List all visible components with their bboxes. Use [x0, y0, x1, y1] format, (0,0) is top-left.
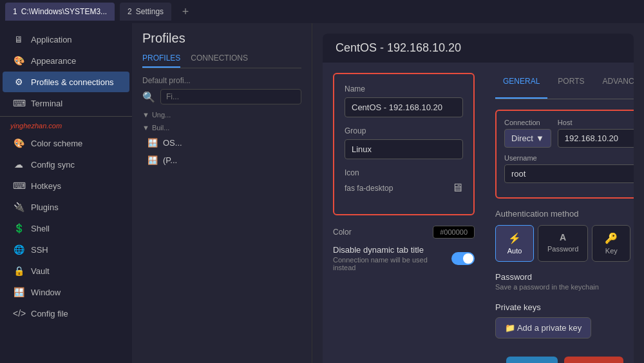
connection-type-button[interactable]: Direct ▼: [504, 129, 551, 148]
tab-advanced[interactable]: ADVANCED: [594, 73, 634, 99]
auth-key-label: Key: [605, 247, 618, 255]
profile-item-os[interactable]: 🪟 OS...: [142, 134, 301, 152]
username-input[interactable]: [504, 164, 634, 183]
os-icon: 🪟: [147, 138, 158, 148]
sidebar-label-appearance: Appearance: [31, 56, 76, 66]
main-layout: 🖥 Application 🎨 Appearance ⚙ Profiles & …: [0, 23, 644, 363]
sidebar-item-vault[interactable]: 🔒 Vault: [3, 260, 129, 281]
sidebar-label-hotkeys: Hotkeys: [31, 181, 61, 191]
key-icon: 🔑: [605, 232, 618, 244]
password-info: Password Save a password in the keychain: [495, 272, 634, 291]
vault-icon: 🔒: [13, 266, 24, 276]
auth-btn-auto[interactable]: ⚡ Auto: [495, 225, 534, 262]
default-profile-label: Default profi...: [142, 76, 301, 85]
sidebar-item-color-scheme[interactable]: 🎨 Color scheme: [3, 133, 129, 153]
sidebar-label-shell: Shell: [31, 224, 50, 233]
name-label: Name: [345, 84, 463, 93]
add-key-button[interactable]: 📁 Add a private key: [495, 317, 591, 338]
password-icon: A: [560, 232, 566, 242]
icon-value: fas fa-desktop: [345, 184, 393, 193]
private-keys-section: Private keys 📁 Add a private key: [495, 302, 634, 338]
sidebar-item-terminal[interactable]: ⌨ Terminal: [3, 93, 129, 113]
toggle-text: Disable dynamic tab title Connection nam…: [333, 245, 451, 271]
tab-profiles[interactable]: PROFILES: [142, 54, 180, 68]
desktop-icon: 🖥: [451, 181, 463, 195]
dialog-title: CentOS - 192.168.10.20: [323, 34, 634, 63]
section-ungrouped: ▼ Ung...: [142, 111, 301, 119]
icon-field: Icon fas fa-desktop 🖥: [345, 168, 463, 195]
color-section: Color #000000 Disable dynamic tab title …: [323, 226, 485, 277]
plugins-icon: 🔌: [13, 202, 24, 212]
dialog-footer: Save Cancel: [323, 349, 634, 363]
connection-type-value: Direct: [511, 133, 533, 143]
tab-general[interactable]: GENERAL: [495, 73, 547, 99]
sidebar-item-config-file[interactable]: </> Config file: [3, 303, 129, 324]
sidebar-item-appearance[interactable]: 🎨 Appearance: [3, 50, 129, 71]
auth-methods: ⚡ Auto A Password 🔑 Key: [495, 225, 634, 262]
group-input[interactable]: [345, 139, 463, 159]
toggle-label: Disable dynamic tab title: [333, 245, 451, 255]
auto-icon: ⚡: [508, 232, 521, 244]
appearance-icon: 🎨: [13, 55, 24, 66]
auth-btn-password[interactable]: A Password: [538, 225, 588, 262]
ssh-icon: 🌐: [13, 244, 24, 255]
icon-label: Icon: [345, 168, 463, 177]
window-icon: 🪟: [13, 287, 24, 297]
connection-label: Connection: [504, 119, 551, 126]
auth-section-title: Authentication method: [495, 209, 634, 219]
group-field: Group: [345, 126, 463, 159]
connection-box: Connection Direct ▼ Host: [495, 110, 634, 199]
group-label: Group: [345, 126, 463, 135]
dialog-area: CentOS - 192.168.10.20 Name Group: [312, 23, 644, 363]
tab-terminal[interactable]: 1 C:\Windows\SYSTEM3...: [5, 3, 115, 21]
color-scheme-icon: 🎨: [13, 138, 24, 148]
conn-user-row: Username: [504, 154, 634, 183]
application-icon: 🖥: [13, 34, 24, 44]
name-field: Name: [345, 84, 463, 117]
sidebar-item-window[interactable]: 🪟 Window: [3, 282, 129, 302]
profile-item-p[interactable]: 🪟 (P...: [142, 152, 301, 169]
toggle-row: Disable dynamic tab title Connection nam…: [333, 245, 475, 271]
new-tab-button[interactable]: +: [176, 3, 194, 21]
sidebar-item-config-sync[interactable]: ☁ Config sync: [3, 154, 129, 175]
sidebar-label-window: Window: [31, 288, 61, 297]
password-title: Password: [495, 272, 634, 282]
auth-btn-key[interactable]: 🔑 Key: [592, 225, 630, 262]
username-field: Username: [504, 154, 634, 183]
chevron-down-icon: ▼: [142, 111, 149, 119]
icon-row: fas fa-desktop 🖥: [345, 181, 463, 195]
toggle-switch[interactable]: [451, 252, 475, 265]
tab-ports[interactable]: PORTS: [550, 73, 592, 99]
sidebar-label-profiles: Profiles & connections: [31, 77, 114, 87]
config-file-icon: </>: [13, 308, 24, 319]
sidebar-item-application[interactable]: 🖥 Application: [3, 29, 129, 50]
cancel-button[interactable]: Cancel: [564, 357, 623, 363]
chevron-down-icon-2: ▼: [142, 124, 149, 132]
auth-password-label: Password: [547, 245, 578, 253]
host-label: Host: [558, 119, 634, 126]
sidebar-item-ssh[interactable]: 🌐 SSH: [3, 239, 129, 260]
tab1-number: 1: [13, 7, 17, 16]
profiles-tabs: PROFILES CONNECTIONS: [142, 54, 301, 68]
section-builtin: ▼ Buil...: [142, 124, 301, 132]
sidebar-label-vault: Vault: [31, 266, 50, 276]
sidebar-item-profiles[interactable]: ⚙ Profiles & connections: [3, 72, 129, 92]
tab2-number: 2: [128, 7, 132, 16]
watermark: yinghezhan.com: [0, 119, 132, 132]
sidebar-item-shell[interactable]: 💲 Shell: [3, 218, 129, 239]
host-input[interactable]: [558, 129, 634, 148]
color-swatch[interactable]: #000000: [433, 226, 475, 239]
password-section: Password Save a password in the keychain…: [495, 272, 634, 292]
save-button[interactable]: Save: [506, 357, 558, 363]
private-keys-title: Private keys: [495, 302, 634, 312]
color-label: Color: [333, 228, 352, 237]
search-input[interactable]: [160, 89, 301, 104]
p-icon: 🪟: [147, 155, 158, 165]
name-input[interactable]: [345, 97, 463, 117]
sidebar-item-plugins[interactable]: 🔌 Plugins: [3, 197, 129, 217]
tab-connections[interactable]: CONNECTIONS: [191, 54, 248, 68]
sidebar-item-hotkeys[interactable]: ⌨ Hotkeys: [3, 175, 129, 196]
config-sync-icon: ☁: [13, 159, 24, 170]
config-section: GENERAL PORTS ADVANCED CIPHERS LOGIN SCR…: [485, 63, 634, 349]
tab-settings[interactable]: 2 Settings: [120, 3, 171, 21]
